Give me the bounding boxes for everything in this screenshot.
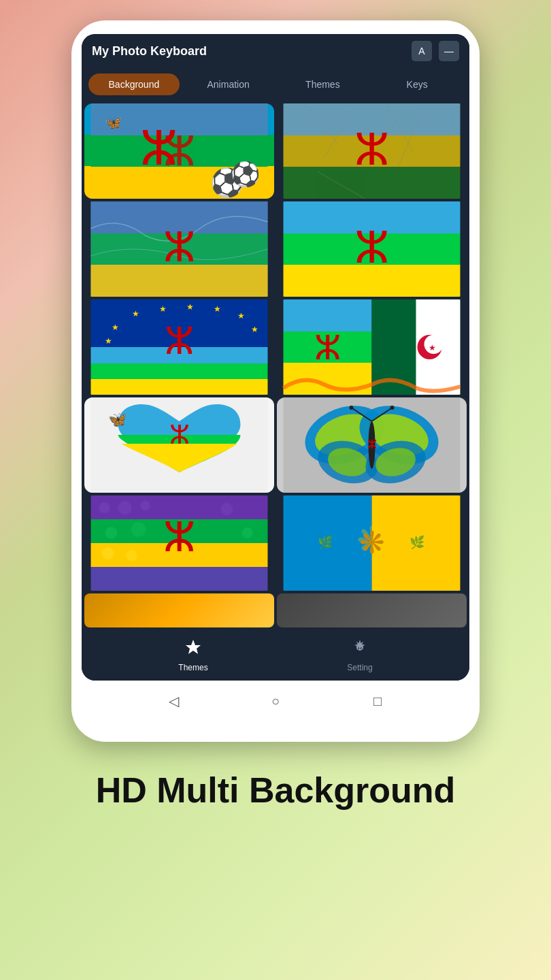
- nav-item-setting[interactable]: Setting: [347, 638, 372, 672]
- svg-text:★: ★: [159, 304, 167, 314]
- android-nav: ◁ ○ □: [82, 681, 469, 721]
- top-bar-icons: A —: [412, 41, 459, 61]
- partial-item-right[interactable]: [277, 593, 467, 627]
- svg-point-74: [127, 550, 137, 561]
- grid-item-3[interactable]: ⵣ: [84, 201, 274, 297]
- tab-themes[interactable]: Themes: [278, 74, 369, 95]
- app-title: My Photo Keyboard: [92, 44, 207, 59]
- svg-text:ⵣ: ⵣ: [163, 225, 195, 270]
- android-home[interactable]: ○: [265, 691, 286, 711]
- svg-point-70: [141, 501, 150, 510]
- grid-item-6[interactable]: ★ ⵣ: [277, 299, 467, 395]
- svg-text:ⵣ: ⵣ: [367, 438, 377, 451]
- svg-rect-27: [91, 379, 268, 395]
- svg-text:★: ★: [237, 311, 245, 321]
- android-back[interactable]: ◁: [163, 691, 184, 711]
- tab-animation[interactable]: Animation: [183, 74, 274, 95]
- svg-text:★: ★: [429, 343, 436, 353]
- grid-item-4[interactable]: ⵣ: [277, 201, 467, 297]
- nav-label-themes: Themes: [178, 663, 207, 672]
- svg-text:ⵣ: ⵣ: [314, 329, 341, 367]
- svg-point-61: [350, 406, 354, 410]
- svg-text:★: ★: [105, 336, 112, 346]
- nav-label-setting: Setting: [347, 663, 372, 672]
- svg-text:🦋: 🦋: [108, 410, 127, 429]
- nav-item-themes[interactable]: Themes: [178, 638, 207, 672]
- svg-point-73: [102, 547, 114, 559]
- svg-point-71: [105, 527, 118, 539]
- tab-keys[interactable]: Keys: [371, 74, 463, 95]
- grid-item-5[interactable]: ⵣ ★ ★ ★ ★ ★ ★ ★ ★: [84, 299, 274, 395]
- grid-item-2[interactable]: ⵣ: [277, 103, 467, 199]
- font-icon[interactable]: A: [412, 41, 432, 61]
- svg-point-72: [131, 522, 146, 537]
- svg-text:★: ★: [251, 325, 258, 334]
- svg-rect-26: [91, 363, 268, 379]
- svg-rect-67: [91, 567, 268, 591]
- svg-text:⚽: ⚽: [210, 166, 244, 199]
- svg-marker-84: [186, 640, 201, 654]
- svg-point-62: [390, 406, 395, 410]
- svg-text:ⵣ: ⵣ: [354, 223, 389, 272]
- android-recent[interactable]: □: [367, 691, 388, 711]
- partial-row: [82, 593, 469, 630]
- svg-text:ⵣ: ⵣ: [354, 125, 389, 174]
- svg-text:★: ★: [132, 309, 139, 318]
- grid-item-7[interactable]: ⵣ 🦋: [84, 397, 274, 493]
- svg-text:ⵣ: ⵣ: [140, 122, 178, 175]
- themes-icon: [184, 638, 202, 660]
- grid-item-1[interactable]: ⵣ ⚽ 🦋: [84, 103, 274, 199]
- bottom-nav: Themes Setting: [82, 630, 469, 681]
- grid-item-8[interactable]: ⵣ: [277, 397, 467, 493]
- partial-item-left[interactable]: [84, 593, 274, 627]
- svg-text:ⵣ: ⵣ: [169, 421, 190, 449]
- phone-frame: My Photo Keyboard A — Background Animati…: [71, 20, 480, 742]
- svg-text:🌿: 🌿: [410, 535, 425, 550]
- svg-text:🌿: 🌿: [318, 535, 333, 550]
- svg-text:★: ★: [214, 304, 221, 314]
- svg-point-76: [242, 527, 253, 538]
- svg-text:ⵣ: ⵣ: [163, 515, 195, 560]
- top-bar: My Photo Keyboard A —: [82, 34, 469, 68]
- svg-text:🦋: 🦋: [105, 114, 122, 131]
- svg-rect-1: [91, 135, 268, 167]
- svg-text:★: ★: [186, 302, 194, 312]
- grid-item-10[interactable]: ❋ ❋ 🌿 🌿: [277, 495, 467, 591]
- svg-text:ⵣ: ⵣ: [165, 321, 194, 362]
- svg-point-68: [99, 502, 110, 513]
- svg-text:★: ★: [112, 323, 119, 332]
- svg-text:❋: ❋: [359, 526, 385, 560]
- grid-item-9[interactable]: ⵣ: [84, 495, 274, 591]
- svg-point-75: [221, 503, 233, 515]
- promo-text: HD Multi Background: [69, 769, 483, 811]
- image-grid: ⵣ ⚽ 🦋 ⵣ: [82, 101, 469, 593]
- svg-rect-37: [284, 299, 372, 331]
- svg-point-69: [118, 501, 132, 514]
- phone-screen: My Photo Keyboard A — Background Animati…: [82, 34, 469, 681]
- setting-icon: [351, 638, 369, 660]
- tab-background[interactable]: Background: [88, 74, 180, 95]
- tab-bar: Background Animation Themes Keys: [82, 68, 469, 101]
- minimize-icon[interactable]: —: [439, 41, 459, 61]
